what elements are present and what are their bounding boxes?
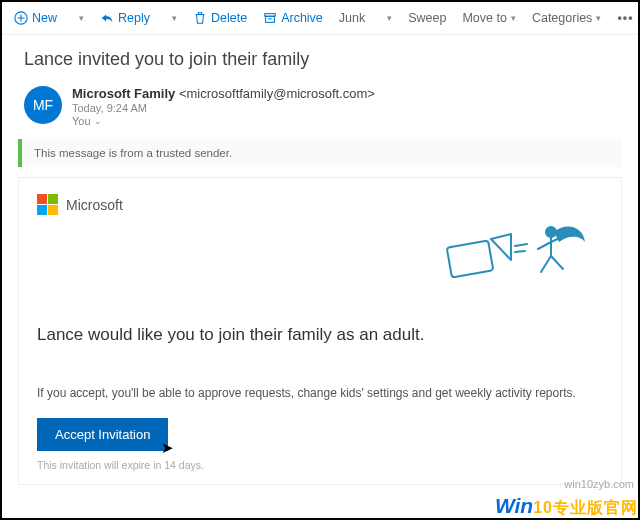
- move-label: Move to: [462, 11, 506, 25]
- junk-button[interactable]: Junk: [333, 8, 371, 28]
- trusted-sender-banner: This message is from a trusted sender.: [18, 139, 622, 167]
- hero-illustration: [441, 214, 591, 286]
- new-chevron[interactable]: ▾: [73, 10, 90, 26]
- watermark-prefix: Win: [495, 494, 533, 517]
- chevron-double-icon: ⌄: [94, 116, 102, 126]
- sender-name-line: Microsoft Family <microsoftfamily@micros…: [72, 86, 375, 101]
- sender-row: MF Microsoft Family <microsoftfamily@mic…: [24, 86, 638, 127]
- reply-label: Reply: [118, 11, 150, 25]
- sender-avatar[interactable]: MF: [24, 86, 62, 124]
- trash-icon: [193, 11, 207, 25]
- delete-label: Delete: [211, 11, 247, 25]
- move-button[interactable]: Move to ▾: [456, 8, 521, 28]
- junk-label: Junk: [339, 11, 365, 25]
- invitation-title: Lance would like you to join their famil…: [37, 325, 603, 345]
- categories-label: Categories: [532, 11, 592, 25]
- accept-label: Accept Invitation: [55, 427, 150, 442]
- archive-button[interactable]: Archive: [257, 8, 329, 28]
- chevron-down-icon: ▾: [172, 13, 177, 23]
- archive-icon: [263, 11, 277, 25]
- sender-address: <microsoftfamily@microsoft.com>: [179, 86, 375, 101]
- svg-rect-3: [447, 241, 494, 278]
- sweep-button[interactable]: Sweep: [402, 8, 452, 28]
- sweep-label: Sweep: [408, 11, 446, 25]
- microsoft-brand-text: Microsoft: [66, 197, 123, 213]
- new-button[interactable]: New: [8, 8, 63, 28]
- reply-chevron[interactable]: ▾: [166, 10, 183, 26]
- cursor-icon: ➤: [161, 439, 174, 457]
- microsoft-logo-icon: [37, 194, 58, 215]
- watermark-suffix: 10专业版官网: [533, 499, 638, 516]
- sender-meta: Microsoft Family <microsoftfamily@micros…: [72, 86, 375, 127]
- new-label: New: [32, 11, 57, 25]
- microsoft-brand: Microsoft: [37, 194, 603, 215]
- email-toolbar: New ▾ Reply ▾ Delete Archive Junk ▾ Swee…: [2, 2, 638, 35]
- archive-label: Archive: [281, 11, 323, 25]
- accept-invitation-button[interactable]: Accept Invitation ➤: [37, 418, 168, 451]
- plus-circle-icon: [14, 11, 28, 25]
- recipient-line[interactable]: You ⌄: [72, 115, 375, 127]
- watermark-url: win10zyb.com: [564, 478, 634, 490]
- chevron-down-icon: ▾: [511, 13, 516, 23]
- reply-icon: [100, 11, 114, 25]
- reply-button[interactable]: Reply: [94, 8, 156, 28]
- sender-datetime: Today, 9:24 AM: [72, 102, 375, 114]
- junk-chevron[interactable]: ▾: [381, 10, 398, 26]
- more-icon: •••: [617, 11, 633, 25]
- sender-name: Microsoft Family: [72, 86, 175, 101]
- email-subject: Lance invited you to join their family: [24, 49, 638, 70]
- delete-button[interactable]: Delete: [187, 8, 253, 28]
- recipient-label: You: [72, 115, 91, 127]
- expiry-text: This invitation will expire in 14 days.: [37, 459, 603, 471]
- more-button[interactable]: •••: [611, 8, 639, 28]
- invitation-body: If you accept, you'll be able to approve…: [37, 385, 603, 402]
- chevron-down-icon: ▾: [79, 13, 84, 23]
- watermark-logo: Win10专业版官网: [495, 494, 638, 519]
- email-body-card: Microsoft Lance would like you to join t…: [18, 177, 622, 485]
- categories-button[interactable]: Categories ▾: [526, 8, 607, 28]
- chevron-down-icon: ▾: [387, 13, 392, 23]
- chevron-down-icon: ▾: [596, 13, 601, 23]
